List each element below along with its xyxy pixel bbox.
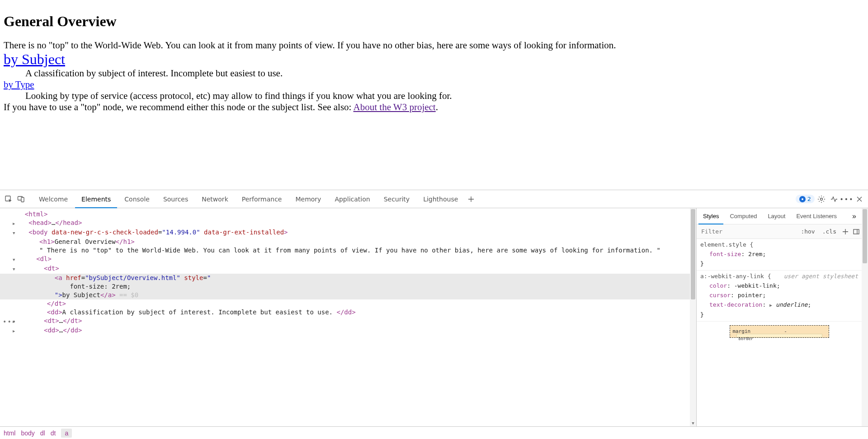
styles-tab-strip: Styles Computed Layout Event Listeners » — [697, 208, 862, 224]
svg-point-3 — [821, 198, 823, 200]
page-title: General Overview — [4, 13, 864, 30]
tab-elements[interactable]: Elements — [75, 190, 117, 208]
tab-application[interactable]: Application — [328, 190, 376, 208]
styles-pane: Styles Computed Layout Event Listeners »… — [696, 208, 868, 426]
rule-element-style[interactable]: element.style { — [700, 240, 858, 249]
dom-body-open[interactable]: <body — [28, 229, 47, 236]
rule-ua-anylink[interactable]: a:-webkit-any-link { — [700, 273, 771, 280]
settings-icon[interactable] — [816, 193, 827, 205]
link-about-w3[interactable]: About the W3 project — [354, 102, 436, 112]
tab-lighthouse[interactable]: Lighthouse — [417, 190, 464, 208]
page-intro: There is no "top" to the World-Wide Web.… — [4, 40, 864, 51]
close-devtools-icon[interactable] — [854, 193, 865, 205]
tab-security[interactable]: Security — [377, 190, 416, 208]
crumb-dl[interactable]: dl — [40, 430, 45, 437]
dom-html-open[interactable]: <html> — [25, 210, 48, 218]
styles-tab-events[interactable]: Event Listeners — [792, 208, 841, 224]
desc-by-type: Looking by type of service (access proto… — [25, 90, 864, 102]
footer-pre: If you have to use a "top" node, we reco… — [4, 102, 354, 112]
page-content: General Overview There is no "top" to th… — [0, 0, 868, 190]
styles-filter-input[interactable] — [697, 228, 797, 235]
device-icon[interactable] — [15, 193, 27, 205]
styles-scrollbar[interactable] — [862, 208, 868, 426]
styles-filter-bar: :hov .cls — [697, 224, 862, 239]
tab-network[interactable]: Network — [195, 190, 234, 208]
styles-tab-layout[interactable]: Layout — [763, 208, 790, 224]
hov-toggle[interactable]: :hov — [797, 228, 818, 235]
issues-badge[interactable]: 2 — [796, 195, 815, 203]
link-by-type[interactable]: by Type — [4, 79, 34, 90]
dom-text-intro[interactable]: " There is no "top" to the World-Wide We… — [39, 247, 660, 254]
toggle-sidebar-icon[interactable] — [851, 229, 862, 235]
dom-head-open[interactable]: <head> — [28, 219, 52, 226]
desc-by-subject: A classification by subject of interest.… — [25, 68, 864, 79]
add-tab-icon[interactable] — [465, 193, 477, 205]
styles-rules[interactable]: element.style { font-size: 2rem; } a:-we… — [697, 239, 862, 426]
footer-post: . — [436, 102, 438, 112]
dom-breadcrumbs: html body dl dt a — [0, 426, 868, 439]
more-icon[interactable]: ••• — [841, 193, 853, 205]
crumb-dt[interactable]: dt — [51, 430, 56, 437]
crumb-html[interactable]: html — [4, 430, 15, 437]
activity-icon[interactable] — [828, 193, 840, 205]
devtools: Welcome Elements Console Sources Network… — [0, 190, 868, 439]
dom-selected-node[interactable]: <a href="bySubject/Overview.html" style=… — [0, 274, 696, 282]
svg-rect-2 — [21, 197, 24, 202]
dom-dl[interactable]: <dl> — [36, 255, 52, 262]
tab-memory[interactable]: Memory — [289, 190, 327, 208]
tab-sources[interactable]: Sources — [157, 190, 194, 208]
crumb-body[interactable]: body — [21, 430, 34, 437]
cls-toggle[interactable]: .cls — [819, 228, 840, 235]
inspect-icon[interactable] — [3, 193, 14, 205]
new-rule-icon[interactable] — [840, 229, 851, 235]
styles-tab-computed[interactable]: Computed — [725, 208, 761, 224]
page-footer: If you have to use a "top" node, we reco… — [4, 102, 864, 113]
dom-scrollbar[interactable]: ▼ — [690, 208, 696, 426]
svg-rect-4 — [854, 229, 859, 234]
dom-tree-pane[interactable]: ••• <html> <head>…</head> <body data-new… — [0, 208, 696, 426]
styles-more-icon[interactable]: » — [849, 212, 860, 220]
dom-dt[interactable]: <dt> — [44, 265, 59, 272]
crumb-a[interactable]: a — [61, 429, 72, 438]
link-by-subject[interactable]: by Subject — [4, 51, 65, 67]
box-model[interactable]: margin - border — [697, 322, 862, 341]
tab-performance[interactable]: Performance — [236, 190, 288, 208]
tab-welcome[interactable]: Welcome — [33, 190, 74, 208]
styles-tab-styles[interactable]: Styles — [698, 208, 723, 224]
devtools-tab-strip: Welcome Elements Console Sources Network… — [0, 190, 868, 208]
tab-console[interactable]: Console — [118, 190, 156, 208]
issues-count: 2 — [807, 196, 811, 202]
